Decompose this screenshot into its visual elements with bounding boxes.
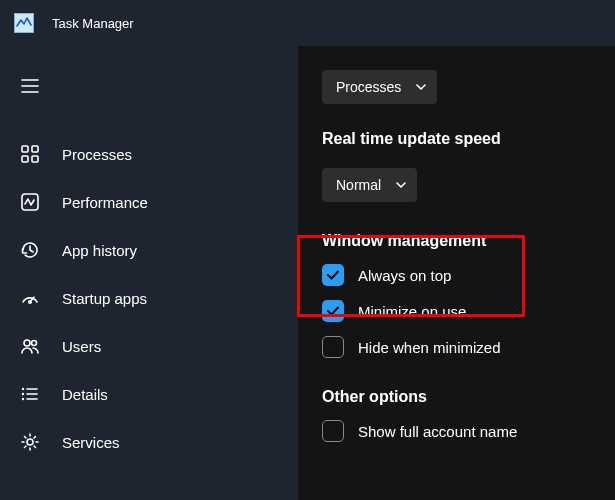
grid-icon	[20, 144, 40, 164]
always-on-top-row[interactable]: Always on top	[322, 264, 591, 286]
checkbox-checked-icon	[322, 264, 344, 286]
dropdown-value: Processes	[336, 79, 401, 95]
activity-icon	[20, 192, 40, 212]
svg-point-14	[22, 393, 24, 395]
sidebar-item-label: Processes	[62, 146, 132, 163]
svg-rect-4	[32, 146, 38, 152]
hamburger-button[interactable]	[8, 64, 52, 108]
default-page-dropdown[interactable]: Processes	[322, 70, 437, 104]
chevron-down-icon	[395, 179, 407, 191]
svg-rect-6	[32, 156, 38, 162]
users-icon	[20, 336, 40, 356]
hamburger-icon	[21, 79, 39, 93]
checkbox-label: Hide when minimized	[358, 339, 501, 356]
svg-point-10	[24, 340, 30, 346]
svg-point-11	[32, 341, 37, 346]
checkbox-unchecked-icon	[322, 336, 344, 358]
sidebar-item-label: Services	[62, 434, 120, 451]
window-management-header: Window management	[322, 232, 591, 250]
history-icon	[20, 240, 40, 260]
update-speed-dropdown[interactable]: Normal	[322, 168, 417, 202]
svg-point-12	[22, 388, 24, 390]
sidebar-item-label: Details	[62, 386, 108, 403]
dropdown-value: Normal	[336, 177, 381, 193]
sidebar-item-services[interactable]: Services	[0, 418, 298, 466]
settings-panel: Processes Real time update speed Normal …	[298, 46, 615, 500]
sidebar-item-label: App history	[62, 242, 137, 259]
checkbox-checked-icon	[322, 300, 344, 322]
checkbox-label: Minimize on use	[358, 303, 466, 320]
sidebar: Processes Performance App history Startu…	[0, 46, 298, 500]
sidebar-item-startup-apps[interactable]: Startup apps	[0, 274, 298, 322]
titlebar: Task Manager	[0, 0, 615, 46]
sidebar-item-label: Performance	[62, 194, 148, 211]
gauge-icon	[20, 288, 40, 308]
app-icon	[14, 13, 34, 33]
update-speed-header: Real time update speed	[322, 130, 591, 148]
checkbox-label: Show full account name	[358, 423, 517, 440]
hide-when-minimized-row[interactable]: Hide when minimized	[322, 336, 591, 358]
sidebar-item-label: Startup apps	[62, 290, 147, 307]
svg-point-18	[27, 439, 33, 445]
sidebar-item-performance[interactable]: Performance	[0, 178, 298, 226]
svg-point-16	[22, 398, 24, 400]
sidebar-item-details[interactable]: Details	[0, 370, 298, 418]
minimize-on-use-row[interactable]: Minimize on use	[322, 300, 591, 322]
other-options-header: Other options	[322, 388, 591, 406]
sidebar-item-label: Users	[62, 338, 101, 355]
svg-rect-5	[22, 156, 28, 162]
svg-rect-3	[22, 146, 28, 152]
sidebar-item-users[interactable]: Users	[0, 322, 298, 370]
checkbox-unchecked-icon	[322, 420, 344, 442]
gear-icon	[20, 432, 40, 452]
checkbox-label: Always on top	[358, 267, 451, 284]
list-icon	[20, 384, 40, 404]
sidebar-item-app-history[interactable]: App history	[0, 226, 298, 274]
sidebar-item-processes[interactable]: Processes	[0, 130, 298, 178]
window-title: Task Manager	[52, 16, 134, 31]
show-full-account-row[interactable]: Show full account name	[322, 420, 591, 442]
chevron-down-icon	[415, 81, 427, 93]
